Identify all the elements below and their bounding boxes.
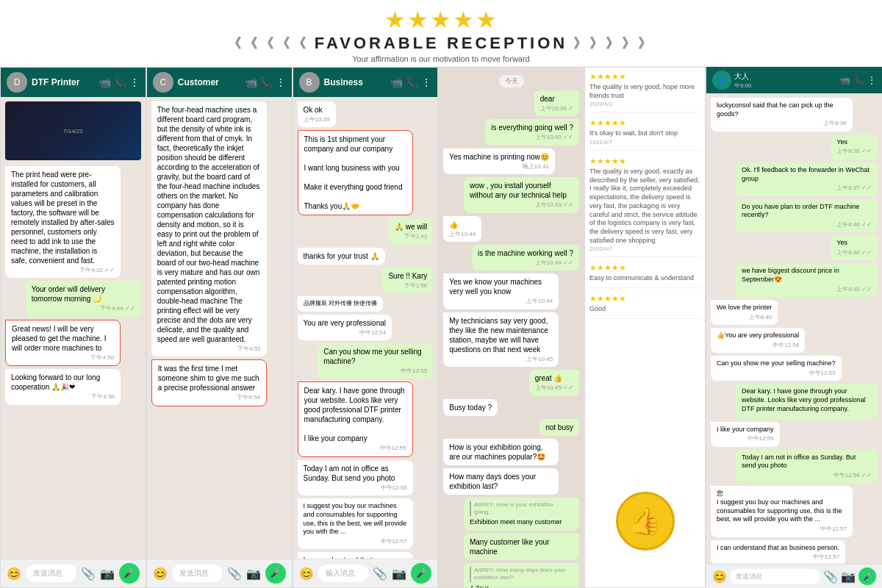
message: The print head were pre-installed for cu… <box>5 166 121 278</box>
chat-column-4: 今天 dear上午10:39 ✓ is everything going wel… <box>438 67 584 588</box>
review-stars: ★★★★★ <box>589 263 700 273</box>
emoji-icon-3[interactable]: 😊 <box>299 567 314 581</box>
attach-icon-right[interactable]: 📎 <box>823 570 838 584</box>
video-icon-3[interactable]: 📹 <box>390 76 403 88</box>
reviews-column: ★★★★★ The quality is very good, hope mor… <box>584 67 706 588</box>
message: I like your company中午12:55 <box>711 422 780 447</box>
menu-icon-2[interactable]: ⋮ <box>276 76 286 88</box>
attach-icon[interactable]: 📎 <box>81 567 96 581</box>
emoji-icon[interactable]: 😊 <box>7 567 21 581</box>
right-chat-footer: 😊 发送消息 📎 📷 🎤 <box>706 564 882 588</box>
review-item: ★★★★★ The quality is very good, hope mor… <box>589 72 700 112</box>
right-chat-header: 👤 大人 午9:00 📹 📞 ⋮ <box>706 67 882 93</box>
message: I can understand that as business person… <box>298 552 413 559</box>
review-item: ★★★★★ Easy to communicate & understand <box>589 263 700 288</box>
call-icon-2[interactable]: 📞 <box>260 76 273 88</box>
send-button-2[interactable]: 🎤 <box>265 563 286 584</box>
msg-time: 下午4:50 <box>12 354 114 362</box>
video-icon[interactable]: 📹 <box>98 76 111 88</box>
message: great 👍上午10:45 ✓✓ <box>529 370 579 395</box>
main-content: D DTF Printer 📹 📞 ⋮ 7/14/22 The print he… <box>0 67 882 588</box>
video-icon-2[interactable]: 📹 <box>245 76 257 88</box>
message: My technicians say very good, they like … <box>443 312 559 367</box>
avatar-right: 👤 <box>712 71 731 90</box>
send-button-1[interactable]: 🎤 <box>119 563 140 584</box>
message: 👍上午10:44 <box>443 216 481 242</box>
date-divider: 今天 <box>499 75 524 87</box>
message: Looking forward to our long cooperation … <box>5 369 121 404</box>
chat-header-2: C Customer 📹 📞 ⋮ <box>147 68 292 97</box>
message: AIIREY: How is your exhibition going... … <box>464 498 579 531</box>
emoji-icon-2[interactable]: 😊 <box>153 567 168 581</box>
chat-icons-1: 📹 📞 ⋮ <box>98 76 140 88</box>
message: Busy today ? <box>443 399 498 416</box>
message-input-2[interactable]: 发送消息 <box>172 564 223 582</box>
send-button-right[interactable]: 🎤 <box>858 567 876 585</box>
camera-icon-3[interactable]: 📷 <box>392 567 406 581</box>
msg-time: 下午4:22 ✓✓ <box>11 267 115 274</box>
message-input-right[interactable]: 发送消息 <box>730 569 820 584</box>
call-icon[interactable]: 📞 <box>114 76 126 88</box>
menu-icon-3[interactable]: ⋮ <box>421 76 431 88</box>
right-panel: 👤 大人 午9:00 📹 📞 ⋮ luckyconsol said that h… <box>706 67 882 588</box>
msg-time: 下午4:52 <box>157 345 261 353</box>
chat-body-2: The four-head machine uses a different b… <box>147 97 292 559</box>
review-text: Easy to communicate & understand <box>589 274 700 283</box>
chat-footer-1: 😊 发送消息 📎 📷 🎤 <box>1 559 146 587</box>
chat-header-1: D DTF Printer 📹 📞 ⋮ <box>1 68 146 97</box>
message: Many customer like your machine <box>464 534 579 560</box>
message-highlighted: It was the first time I met someone shim… <box>151 359 267 406</box>
message-highlighted: This is 1st shipment your company and ou… <box>298 130 413 215</box>
message-input-3[interactable]: 输入消息 <box>318 564 369 582</box>
star-rating: ★★★★★ <box>0 6 882 34</box>
message-highlighted: Dear kary. I have gone through your webs… <box>298 381 413 456</box>
message: AIIREY: How many days does your exhibiti… <box>464 563 579 587</box>
message: Today I am not in office as Sunday. But … <box>298 460 413 495</box>
chevron-right-icon: 》》》》》 <box>573 35 654 52</box>
review-stars: ★★★★★ <box>589 157 700 166</box>
chat-header-3: B Business 📹 📞 ⋮ <box>293 68 438 97</box>
review-item: ★★★★★ The quality is very good, exactly … <box>589 157 700 257</box>
chat-column-2: C Customer 📹 📞 ⋮ The four-head machine u… <box>146 67 293 588</box>
message: dear上午10:39 ✓ <box>534 90 579 116</box>
review-text: The quality is very good, exactly as des… <box>589 168 700 245</box>
chat-columns: D DTF Printer 📹 📞 ⋮ 7/14/22 The print he… <box>0 67 706 588</box>
chat-name-1: DTF Printer <box>32 77 94 87</box>
chat-name-3: Business <box>324 77 387 87</box>
video-icon-right[interactable]: 📹 <box>839 75 850 85</box>
message: Can you show me your selling machine?中午1… <box>318 343 433 379</box>
message-input-1[interactable]: 发送消息 <box>26 564 76 582</box>
chevron-left-icon: 《《《《《 <box>228 35 309 52</box>
avatar-3: B <box>299 72 320 93</box>
message: How is your exhibition going, are our ma… <box>443 439 559 465</box>
right-chat-icons: 📹 📞 ⋮ <box>839 75 876 85</box>
title-text: FAVORABLE RECEPTION <box>315 34 568 53</box>
right-chat-name: 大人 <box>734 71 836 82</box>
attach-icon-2[interactable]: 📎 <box>227 567 242 581</box>
message: How many days does your exhibition last? <box>443 468 559 495</box>
chat-body-4: 今天 dear上午10:39 ✓ is everything going wel… <box>439 68 584 587</box>
msg-time: 下午4:44 ✓✓ <box>32 305 135 312</box>
message-highlighted: Great news! I will be very pleased to ge… <box>5 320 121 366</box>
menu-icon-right[interactable]: ⋮ <box>867 75 876 85</box>
call-icon-right[interactable]: 📞 <box>853 75 864 85</box>
message: Your order will delivery tomorrow mornin… <box>26 281 141 316</box>
message: 🙏 we will下午1:42 <box>389 218 433 244</box>
message: is everything going well ?上午10:40 ✓✓ <box>485 119 579 145</box>
message: Can you show me your selling machine?中午1… <box>711 356 842 381</box>
emoji-icon-right[interactable]: 😊 <box>712 570 727 584</box>
subtitle: Your affirmation is our motivation to mo… <box>0 54 882 63</box>
review-stars: ★★★★★ <box>589 118 700 128</box>
send-button-3[interactable]: 🎤 <box>411 563 431 584</box>
camera-icon-2[interactable]: 📷 <box>246 567 261 581</box>
review-text: The quality is very good, hope more frie… <box>589 83 700 100</box>
camera-icon[interactable]: 📷 <box>100 567 115 581</box>
menu-icon[interactable]: ⋮ <box>129 76 140 88</box>
review-date: 2022/4/7 <box>589 139 700 146</box>
message: Yes machine is printing now😊晚上10:41 <box>443 148 555 174</box>
attach-icon-3[interactable]: 📎 <box>373 567 387 581</box>
message: Yes上午8:40 ✓✓ <box>831 235 878 260</box>
camera-icon-right[interactable]: 📷 <box>841 570 856 584</box>
avatar-1: D <box>7 72 27 93</box>
call-icon-3[interactable]: 📞 <box>406 76 418 88</box>
